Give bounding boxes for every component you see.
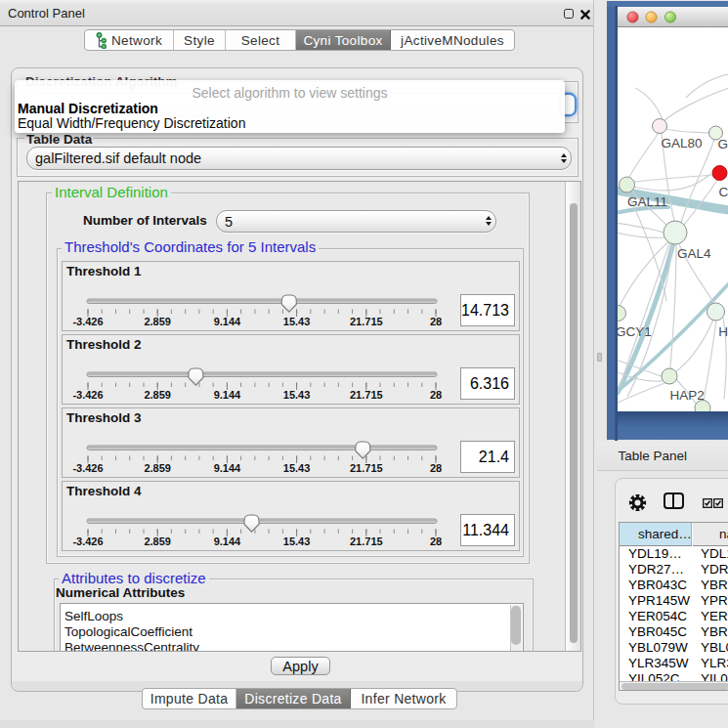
svg-text:9.144: 9.144: [214, 389, 241, 401]
svg-text:21.715: 21.715: [350, 316, 383, 327]
svg-text:28: 28: [430, 462, 442, 474]
svg-text:2.859: 2.859: [144, 316, 171, 327]
svg-text:CY: CY: [719, 185, 728, 199]
svg-text:28: 28: [430, 316, 442, 327]
svg-text:15.43: 15.43: [283, 462, 311, 474]
svg-text:15.43: 15.43: [283, 535, 311, 547]
svg-text:GAL80: GAL80: [662, 136, 703, 150]
svg-text:28: 28: [430, 389, 442, 401]
svg-text:9.144: 9.144: [214, 535, 241, 547]
svg-text:-3.426: -3.426: [72, 389, 103, 401]
svg-text:21.715: 21.715: [350, 462, 383, 474]
svg-text:GA: GA: [718, 137, 728, 151]
svg-text:2.859: 2.859: [144, 535, 171, 547]
svg-text:GAL11: GAL11: [627, 194, 667, 209]
svg-text:2.859: 2.859: [144, 462, 171, 474]
svg-text:28: 28: [430, 535, 442, 547]
svg-text:GCY1: GCY1: [618, 324, 652, 339]
svg-text:-3.426: -3.426: [72, 316, 103, 327]
svg-text:21.715: 21.715: [350, 389, 383, 401]
svg-text:H: H: [718, 324, 728, 339]
svg-text:21.715: 21.715: [350, 535, 383, 547]
svg-text:15.43: 15.43: [283, 316, 311, 327]
svg-text:HAP2: HAP2: [670, 388, 705, 403]
svg-text:-3.426: -3.426: [72, 535, 103, 547]
svg-text:15.43: 15.43: [283, 389, 311, 401]
svg-text:-3.426: -3.426: [72, 462, 103, 474]
svg-text:9.144: 9.144: [214, 462, 241, 474]
svg-text:9.144: 9.144: [214, 316, 241, 327]
svg-text:2.859: 2.859: [144, 389, 171, 401]
svg-text:GAL4: GAL4: [677, 246, 711, 261]
